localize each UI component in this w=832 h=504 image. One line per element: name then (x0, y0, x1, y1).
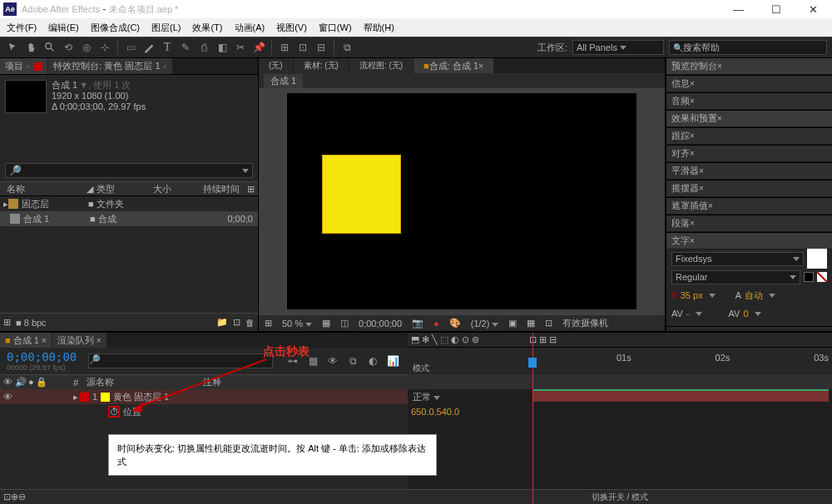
menu-layer[interactable]: 图层(L) (151, 22, 181, 34)
axis-world[interactable]: ⊡ (295, 39, 311, 56)
current-timecode[interactable]: 0;00;00;00 (7, 350, 77, 363)
panel-tracker[interactable]: 跟踪 × (666, 128, 832, 145)
snapshot-icon[interactable]: 📷 (409, 318, 426, 329)
menu-effect[interactable]: 效果(T) (192, 22, 222, 34)
font-family-dropdown[interactable]: Fixedsys (671, 252, 804, 266)
menu-composition[interactable]: 图像合成(C) (91, 22, 140, 34)
roto-tool[interactable]: ✂ (232, 39, 249, 56)
camera-dropdown[interactable]: 有效摄像机 (560, 317, 611, 329)
time-ruler[interactable]: 01s 02s 03s (532, 353, 829, 373)
menu-animation[interactable]: 动画(A) (235, 22, 265, 34)
menu-help[interactable]: 帮助(H) (364, 22, 394, 34)
layer-visibility-toggle[interactable]: 👁 (3, 392, 13, 402)
tab-effect-controls[interactable]: 特效控制台: 黄色 固态层 1× (48, 58, 172, 74)
channel-icon[interactable]: ● (431, 319, 442, 329)
panel-character[interactable]: 文字 × (666, 233, 832, 250)
stopwatch-icon[interactable]: ⏱ (108, 406, 120, 418)
tab-render-queue[interactable]: 渲染队列 × (52, 333, 106, 348)
new-comp-icon[interactable]: ⊡ (233, 317, 240, 328)
3dview-icon[interactable]: ⊡ (542, 318, 555, 329)
panel-wiggler[interactable]: 摇摆器 × (666, 180, 832, 197)
font-size-value[interactable]: 35 px (681, 290, 703, 300)
minimize-button[interactable]: — (720, 0, 757, 18)
panel-info[interactable]: 信息 × (666, 76, 832, 92)
close-button[interactable]: ✕ (795, 0, 832, 18)
vtab-none[interactable]: (无) (259, 58, 293, 73)
tracking-value[interactable]: 0 (743, 309, 748, 319)
tab-project[interactable]: 项目× (0, 58, 47, 74)
comp-mini-flow-icon[interactable]: ⊶ (285, 353, 301, 369)
camera-tool[interactable]: ◎ (78, 39, 95, 56)
vtab-flowchart[interactable]: 流程图: (无) (349, 58, 413, 73)
resolution-dropdown[interactable]: (1/2) (468, 319, 502, 329)
menu-edit[interactable]: 编辑(E) (48, 22, 79, 34)
zoom-out-icon[interactable]: ⊖ (18, 492, 26, 502)
graph-icon[interactable]: 📊 (384, 353, 401, 369)
hand-tool[interactable] (23, 39, 40, 56)
interpret-icon[interactable]: ⊞ (3, 317, 11, 328)
panel-preview[interactable]: 预览控制台 × (666, 58, 832, 75)
vtab-footage[interactable]: 素材: (无) (294, 58, 349, 73)
layer-duration-bar[interactable] (532, 391, 829, 402)
column-options-icon[interactable]: ⊞ (247, 184, 255, 195)
fill-color-swatch[interactable] (807, 249, 827, 269)
stamp-tool[interactable]: ⎙ (196, 39, 212, 56)
frame-blend-icon[interactable]: ⧉ (344, 353, 361, 369)
snap-toggle[interactable]: ⧉ (339, 39, 355, 56)
maximize-button[interactable]: ☐ (757, 0, 795, 18)
comp-subtab[interactable]: 合成 1 (264, 74, 303, 88)
safezone-icon[interactable]: ▦ (319, 318, 333, 329)
draft3d-icon[interactable]: ▦ (305, 353, 321, 369)
menu-window[interactable]: 窗口(W) (319, 22, 352, 34)
kerning-value[interactable]: - (686, 309, 690, 319)
font-style-dropdown[interactable]: Regular (671, 270, 800, 284)
zoom-in-icon[interactable]: ⊕ (11, 492, 18, 502)
toggle-switches-button[interactable]: 切换开关 / 模式 (408, 489, 832, 504)
selection-tool[interactable] (5, 39, 22, 56)
panel-align[interactable]: 对齐 × (666, 146, 832, 162)
axis-view[interactable]: ⊟ (313, 39, 329, 56)
eraser-tool[interactable]: ◧ (214, 39, 230, 56)
axis-local[interactable]: ⊞ (276, 39, 293, 56)
bpc-button[interactable]: ■ 8 bpc (16, 318, 47, 328)
color-mgmt-icon[interactable]: 🎨 (447, 318, 463, 329)
pen-tool[interactable] (141, 39, 157, 56)
panel-mask-interp[interactable]: 遮罩插值 × (666, 198, 832, 215)
project-search-input[interactable]: 🔎 (5, 163, 253, 178)
time-display[interactable]: 0;00;00;00 (356, 319, 404, 329)
composition-viewer[interactable] (259, 88, 665, 314)
project-row-folder[interactable]: ▸ 固态层 ■文件夹 (0, 196, 258, 211)
panel-paragraph[interactable]: 段落 × (666, 215, 832, 232)
project-row-comp[interactable]: 合成 1 ■合成 0;00;0 (0, 211, 258, 226)
position-value[interactable]: 650.0,540.0 (411, 407, 459, 417)
anchor-tool[interactable]: ⊹ (97, 39, 113, 56)
text-tool[interactable]: T (159, 39, 176, 56)
panel-audio[interactable]: 音频 × (666, 93, 832, 110)
transparency-icon[interactable]: ▦ (524, 318, 537, 329)
moblur-icon[interactable]: ◐ (364, 353, 381, 369)
stroke-color-swatch[interactable] (804, 272, 814, 282)
panel-smoother[interactable]: 平滑器 × (666, 163, 832, 180)
no-stroke-icon[interactable] (817, 272, 827, 282)
playhead[interactable] (532, 333, 533, 504)
timeline-layer-1[interactable]: 👁 ▸ 1 黄色 固态层 1 (0, 389, 408, 404)
timeline-search[interactable]: 🔎 (88, 353, 273, 368)
search-help-input[interactable]: 🔍 搜索帮助 (669, 40, 827, 55)
vtab-comp[interactable]: ■ 合成: 合成 1 × (414, 58, 493, 73)
toggle-switches-icon[interactable]: ⊡ (3, 492, 11, 502)
rect-tool[interactable]: ▭ (122, 39, 139, 56)
rotate-tool[interactable]: ⟲ (60, 39, 77, 56)
brush-tool[interactable]: ✎ (177, 39, 194, 56)
menu-file[interactable]: 文件(F) (7, 22, 37, 34)
tab-timeline-comp[interactable]: ■ 合成 1 × (0, 333, 52, 348)
mask-toggle-icon[interactable]: ◫ (338, 318, 351, 329)
panel-effects[interactable]: 效果和预置 × (666, 111, 832, 127)
new-folder-icon[interactable]: 📁 (216, 317, 228, 328)
puppet-tool[interactable]: 📌 (250, 39, 267, 56)
trash-icon[interactable]: 🗑 (245, 318, 255, 328)
yellow-solid-layer[interactable] (322, 155, 401, 234)
grid-icon[interactable]: ⊞ (262, 318, 275, 329)
shy-icon[interactable]: 👁 (324, 353, 341, 369)
zoom-dropdown[interactable]: 50 % (280, 319, 314, 329)
workspace-dropdown[interactable]: All Panels (572, 40, 664, 55)
